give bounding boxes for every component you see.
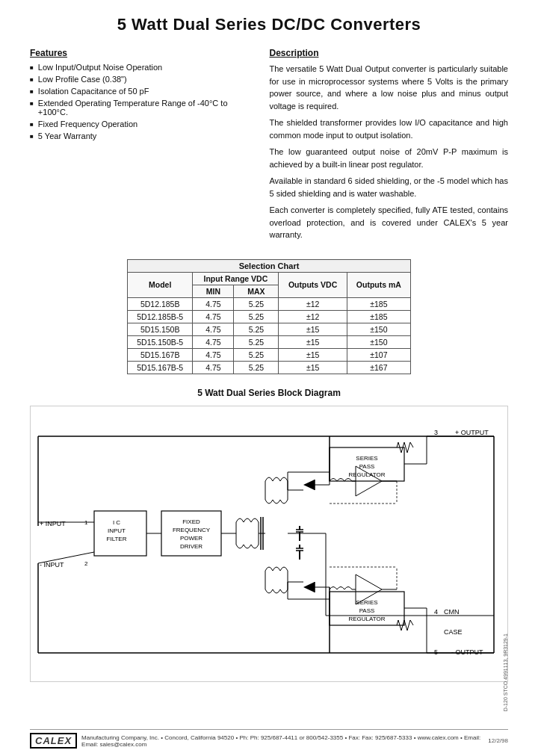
feature-item-3: Isolation Capacitance of 50 pF (30, 87, 247, 96)
desc-para-5: Each converter is completely specified, … (269, 204, 508, 241)
table-row: 5D15.167B 4.75 5.25 ±15 ±107 (128, 348, 411, 361)
desc-para-1: The versatile 5 Watt Dual Output convert… (269, 63, 508, 112)
features-section: Features Low Input/Output Noise Operatio… (30, 48, 247, 246)
svg-text:2: 2 (84, 560, 88, 567)
svg-text:5: 5 (434, 648, 438, 656)
cell-model: 5D15.167B-5 (128, 361, 193, 374)
table-row: 5D15.150B-5 4.75 5.25 ±15 ±150 (128, 335, 411, 348)
cell-min: 4.75 (193, 335, 234, 348)
col-model: Model (128, 272, 193, 297)
cell-ma: ±150 (347, 323, 410, 335)
cell-min: 4.75 (193, 361, 234, 374)
cell-ma: ±185 (347, 310, 410, 323)
block-diagram: + INPUT 1 - INPUT 2 I C INPUT FILTER (30, 406, 508, 682)
description-section: Description The versatile 5 Watt Dual Ou… (269, 48, 508, 246)
company-logo: CALEX (30, 733, 77, 749)
feature-item-2: Low Profile Case (0.38") (30, 75, 247, 84)
block-diagram-section: 5 Watt Dual Series Block Diagram + INPUT… (30, 388, 508, 682)
desc-para-4: Available in standard 6 sided shielding,… (269, 175, 508, 199)
svg-text:FIXED: FIXED (182, 518, 200, 525)
cell-model: 5D15.167B (128, 348, 193, 361)
footer-date: 2/2/98 (492, 737, 508, 744)
cell-min: 4.75 (193, 323, 234, 335)
svg-text:DRIVER: DRIVER (180, 543, 202, 550)
footer: CALEX Manufacturing Company, Inc. • Conc… (30, 729, 508, 749)
cell-min: 4.75 (193, 297, 234, 310)
cell-vdc: ±12 (279, 297, 347, 310)
svg-marker-24 (303, 480, 315, 490)
chart-title: Selection Chart (128, 259, 411, 272)
cell-min: 4.75 (193, 348, 234, 361)
svg-text:INPUT: INPUT (108, 527, 126, 534)
feature-item-6: 5 Year Warranty (30, 131, 247, 140)
svg-text:FREQUENCY: FREQUENCY (173, 527, 211, 533)
feature-item-4: Extended Operating Temperature Range of … (30, 99, 247, 117)
document-id: D-120 STCO 4991113, 9R3129-1 (503, 633, 508, 711)
cell-max: 5.25 (234, 348, 279, 361)
cell-vdc: ±15 (279, 323, 347, 335)
cell-ma: ±185 (347, 297, 410, 310)
cell-ma: ±107 (347, 348, 410, 361)
svg-text:POWER: POWER (180, 535, 202, 542)
svg-text:REGULATOR: REGULATOR (348, 616, 385, 622)
svg-marker-30 (303, 582, 315, 592)
svg-text:3: 3 (434, 429, 438, 436)
cell-model: 5D12.185B (128, 297, 193, 310)
page-title: 5 Watt Dual Series DC/DC Converters (30, 15, 508, 34)
block-diagram-svg: + INPUT 1 - INPUT 2 I C INPUT FILTER (31, 406, 508, 682)
svg-text:REGULATOR: REGULATOR (348, 471, 385, 478)
cell-model: 5D15.150B (128, 323, 193, 335)
svg-text:+ OUTPUT: + OUTPUT (455, 429, 489, 436)
footer-company-info: Manufacturing Company, Inc. • Concord, C… (81, 734, 488, 748)
block-diagram-title: 5 Watt Dual Series Block Diagram (30, 388, 508, 398)
cell-model: 5D12.185B-5 (128, 310, 193, 323)
desc-para-3: The low guaranteed output noise of 20mV … (269, 146, 508, 170)
cell-ma: ±167 (347, 361, 410, 374)
table-row: 5D12.185B-5 4.75 5.25 ±12 ±185 (128, 310, 411, 323)
page: 5 Watt Dual Series DC/DC Converters Feat… (0, 0, 538, 756)
svg-text:PASS: PASS (359, 607, 375, 614)
svg-text:FILTER: FILTER (107, 536, 127, 542)
plus-input-label: + INPUT (40, 520, 66, 527)
features-list: Low Input/Output Noise Operation Low Pro… (30, 63, 247, 140)
cell-min: 4.75 (193, 310, 234, 323)
features-heading: Features (30, 48, 247, 58)
svg-text:CASE: CASE (444, 628, 463, 636)
svg-text:I C: I C (113, 519, 120, 526)
svg-text:PASS: PASS (359, 463, 375, 470)
col-outputs-vdc: Outputs VDC (279, 272, 347, 297)
table-row: 5D15.167B-5 4.75 5.25 ±15 ±167 (128, 361, 411, 374)
selection-chart-table: Selection Chart Model Input Range VDC Ou… (127, 259, 411, 374)
feature-item-1: Low Input/Output Noise Operation (30, 63, 247, 72)
cell-vdc: ±12 (279, 310, 347, 323)
svg-text:SERIES: SERIES (356, 599, 377, 606)
col-input-range: Input Range VDC (193, 272, 279, 285)
cell-vdc: ±15 (279, 361, 347, 374)
table-row: 5D15.150B 4.75 5.25 ±15 ±150 (128, 323, 411, 335)
main-two-col: Features Low Input/Output Noise Operatio… (30, 48, 508, 246)
cell-vdc: ±15 (279, 335, 347, 348)
cell-model: 5D15.150B-5 (128, 335, 193, 348)
col-min: MIN (193, 285, 234, 297)
cell-max: 5.25 (234, 361, 279, 374)
cell-max: 5.25 (234, 335, 279, 348)
cell-max: 5.25 (234, 323, 279, 335)
col-outputs-ma: Outputs mA (347, 272, 410, 297)
col-max: MAX (234, 285, 279, 297)
svg-text:4: 4 (434, 608, 438, 616)
svg-text:SERIES: SERIES (356, 455, 377, 462)
cell-ma: ±150 (347, 335, 410, 348)
description-heading: Description (269, 48, 508, 58)
desc-para-2: The shielded transformer provides low I/… (269, 117, 508, 141)
svg-text:- OUTPUT: - OUTPUT (451, 648, 483, 656)
table-row: 5D12.185B 4.75 5.25 ±12 ±185 (128, 297, 411, 310)
cell-vdc: ±15 (279, 348, 347, 361)
cell-max: 5.25 (234, 310, 279, 323)
cell-max: 5.25 (234, 297, 279, 310)
svg-text:CMN: CMN (444, 608, 460, 616)
selection-chart-section: Selection Chart Model Input Range VDC Ou… (30, 259, 508, 374)
feature-item-5: Fixed Frequency Operation (30, 120, 247, 128)
